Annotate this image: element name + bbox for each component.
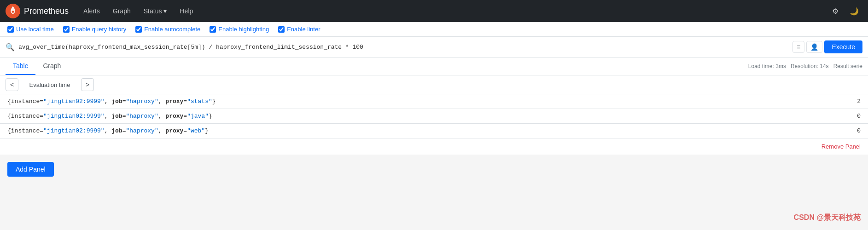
results-table: {instance="jingtian02:9999", job="haprox… — [0, 94, 868, 138]
resolution: Resolution: 14s — [791, 63, 829, 69]
query-bar: 🔍 ≡ 👤 Execute — [0, 37, 868, 58]
table-row: {instance="jingtian02:9999", job="haprox… — [0, 109, 868, 124]
nav-status[interactable]: Status ▾ — [138, 5, 173, 17]
list-icon: ≡ — [797, 43, 800, 51]
use-local-time-option[interactable]: Use local time — [7, 26, 54, 33]
enable-linter-label: Enable linter — [287, 26, 320, 33]
settings-button[interactable]: ⚙ — [828, 5, 842, 17]
label-cell: {instance="jingtian02:9999", job="haprox… — [0, 124, 840, 138]
brand-name: Prometheus — [24, 6, 69, 16]
chevron-left-icon: < — [10, 81, 14, 88]
label-cell: {instance="jingtian02:9999", job="haprox… — [0, 94, 840, 109]
moon-icon: 🌙 — [850, 7, 859, 15]
value-cell: 0 — [840, 109, 868, 124]
svg-point-1 — [12, 11, 14, 13]
table-row: {instance="jingtian02:9999", job="haprox… — [0, 124, 868, 138]
prometheus-logo-icon — [6, 4, 20, 18]
bottom-bar: Remove Panel — [0, 138, 868, 155]
tab-table[interactable]: Table — [6, 58, 35, 75]
result-series: Result serie — [833, 63, 862, 69]
format-button[interactable]: ≡ — [792, 41, 804, 53]
enable-autocomplete-checkbox[interactable] — [135, 26, 142, 33]
execute-button[interactable]: Execute — [824, 40, 862, 53]
user-icon: 👤 — [810, 43, 818, 51]
chevron-right-icon: > — [86, 81, 89, 88]
query-actions: ≡ 👤 Execute — [792, 40, 862, 53]
enable-highlighting-checkbox[interactable] — [210, 26, 216, 33]
eval-time-label: Evaluation time — [22, 81, 77, 88]
value-cell: 0 — [840, 124, 868, 138]
enable-query-history-option[interactable]: Enable query history — [63, 26, 127, 33]
enable-highlighting-label: Enable highlighting — [218, 26, 269, 33]
enable-query-history-label: Enable query history — [72, 26, 127, 33]
settings-icon: ⚙ — [832, 7, 839, 15]
navbar: Prometheus Alerts Graph Status ▾ Help ⚙ … — [0, 0, 868, 22]
eval-prev-button[interactable]: < — [6, 78, 18, 91]
brand-logo[interactable]: Prometheus — [6, 4, 69, 18]
label-cell: {instance="jingtian02:9999", job="haprox… — [0, 109, 840, 124]
theme-toggle-button[interactable]: 🌙 — [846, 5, 862, 17]
load-time: Load time: 3ms — [748, 63, 786, 69]
query-input[interactable] — [18, 44, 789, 51]
nav-help[interactable]: Help — [174, 5, 198, 17]
enable-highlighting-option[interactable]: Enable highlighting — [210, 26, 269, 33]
tab-graph[interactable]: Graph — [35, 58, 68, 75]
nav-graph[interactable]: Graph — [107, 5, 136, 17]
enable-linter-checkbox[interactable] — [278, 26, 285, 33]
enable-autocomplete-option[interactable]: Enable autocomplete — [135, 26, 200, 33]
value-cell: 2 — [840, 94, 868, 109]
add-panel-bar: Add Panel — [0, 155, 868, 184]
metrics-button[interactable]: 👤 — [806, 41, 822, 53]
eval-next-button[interactable]: > — [81, 78, 94, 91]
eval-bar: < Evaluation time > — [0, 75, 868, 94]
add-panel-button[interactable]: Add Panel — [7, 162, 54, 177]
navbar-nav: Alerts Graph Status ▾ Help — [78, 5, 828, 17]
nav-alerts[interactable]: Alerts — [78, 5, 105, 17]
remove-panel-link[interactable]: Remove Panel — [821, 143, 861, 150]
enable-autocomplete-label: Enable autocomplete — [144, 26, 200, 33]
navbar-right: ⚙ 🌙 — [828, 5, 862, 17]
tabs-bar: Table Graph Load time: 3ms Resolution: 1… — [0, 58, 868, 75]
use-local-time-checkbox[interactable] — [7, 26, 14, 33]
table-row: {instance="jingtian02:9999", job="haprox… — [0, 94, 868, 109]
enable-linter-option[interactable]: Enable linter — [278, 26, 320, 33]
chevron-down-icon: ▾ — [163, 7, 167, 15]
nav-status-label: Status — [144, 7, 162, 15]
use-local-time-label: Use local time — [16, 26, 54, 33]
result-meta: Load time: 3ms Resolution: 14s Result se… — [748, 59, 862, 73]
enable-query-history-checkbox[interactable] — [63, 26, 70, 33]
search-icon: 🔍 — [6, 43, 15, 52]
options-bar: Use local time Enable query history Enab… — [0, 22, 868, 37]
